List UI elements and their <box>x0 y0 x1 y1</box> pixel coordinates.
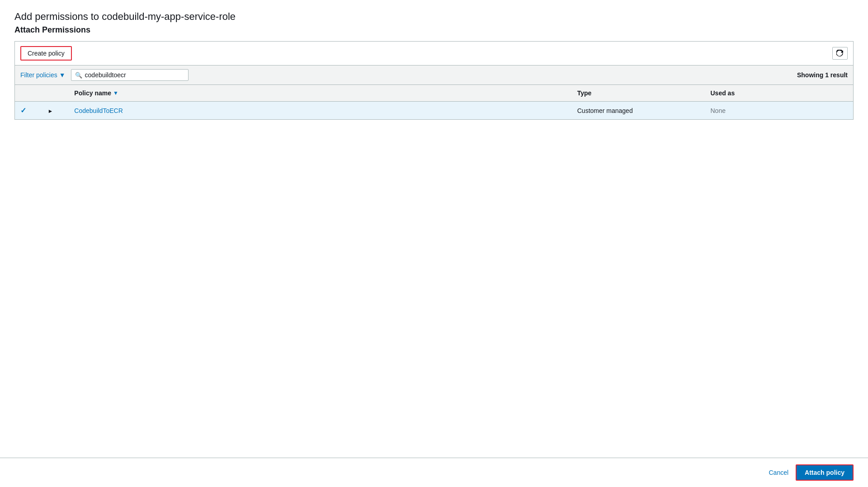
section-title: Attach Permissions <box>14 25 854 35</box>
col-header-type: Type <box>572 85 705 102</box>
col-header-used-as: Used as <box>705 85 853 102</box>
refresh-icon <box>836 50 844 57</box>
col-header-expand <box>42 85 69 102</box>
table-header-row: Policy name ▼ Type Used as <box>15 85 853 102</box>
refresh-button[interactable] <box>832 47 848 60</box>
filter-bar: Filter policies ▼ 🔍 Showing 1 result <box>14 66 854 85</box>
expand-arrow-icon[interactable]: ► <box>48 108 53 114</box>
filter-policies-label: Filter policies <box>20 71 57 79</box>
policy-table: Policy name ▼ Type Used as ✓ ► <box>15 85 853 119</box>
check-icon: ✓ <box>20 107 26 114</box>
sort-icon: ▼ <box>113 90 118 96</box>
row-policy-name-cell: CodebuildToECR <box>69 102 571 120</box>
search-box: 🔍 <box>71 69 189 81</box>
col-header-check <box>15 85 42 102</box>
search-icon: 🔍 <box>75 72 82 79</box>
row-type-cell: Customer managed <box>572 102 705 120</box>
bottom-action-bar: Cancel Attach policy <box>0 458 868 487</box>
chevron-down-icon: ▼ <box>59 71 66 79</box>
attach-policy-button[interactable]: Attach policy <box>796 464 854 481</box>
cancel-button[interactable]: Cancel <box>769 469 789 476</box>
row-used-as-cell: None <box>705 102 853 120</box>
policy-table-container: Policy name ▼ Type Used as ✓ ► <box>14 85 854 120</box>
search-input[interactable] <box>85 71 184 79</box>
row-expand-cell[interactable]: ► <box>42 102 69 120</box>
showing-result: Showing 1 result <box>797 71 848 79</box>
create-policy-button[interactable]: Create policy <box>20 46 72 61</box>
table-row[interactable]: ✓ ► CodebuildToECR Customer managed None <box>15 102 853 120</box>
filter-left: Filter policies ▼ 🔍 <box>20 69 189 81</box>
used-as-value: None <box>710 107 725 114</box>
row-checkbox-cell: ✓ <box>15 102 42 120</box>
col-header-policy-name[interactable]: Policy name ▼ <box>69 85 571 102</box>
page-title: Add permissions to codebuild-my-app-serv… <box>14 11 854 23</box>
filter-policies-button[interactable]: Filter policies ▼ <box>20 71 66 79</box>
policy-name-link[interactable]: CodebuildToECR <box>74 107 123 114</box>
toolbar: Create policy <box>14 41 854 66</box>
